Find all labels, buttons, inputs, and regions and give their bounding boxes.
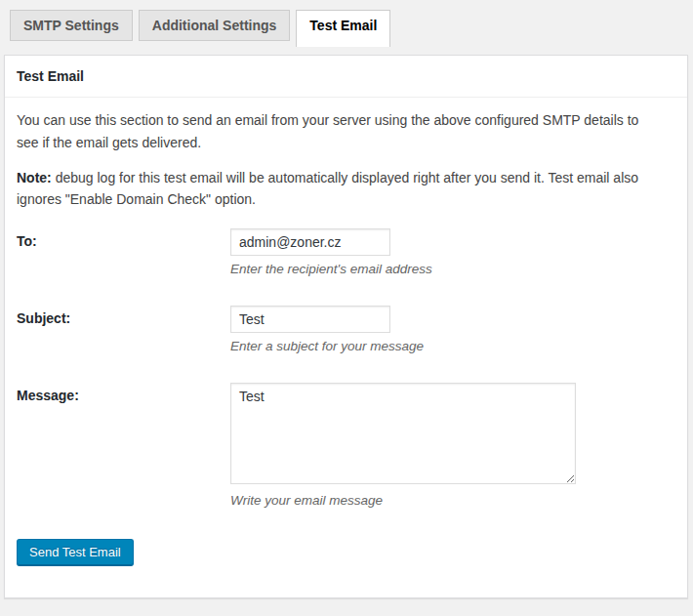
tab-bar: SMTP Settings Additional Settings Test E…: [4, 10, 688, 47]
message-row: Message: Test Write your email message: [17, 383, 675, 508]
tab-smtp-settings[interactable]: SMTP Settings: [10, 10, 133, 41]
note-text: Note: debug log for this test email will…: [17, 167, 661, 211]
tab-additional-settings[interactable]: Additional Settings: [139, 10, 291, 41]
subject-row: Subject: Enter a subject for your messag…: [17, 306, 675, 353]
submit-row: Send Test Email: [17, 539, 675, 566]
subject-help-text: Enter a subject for your message: [230, 339, 675, 353]
settings-page: SMTP Settings Additional Settings Test E…: [0, 0, 693, 598]
subject-label: Subject:: [17, 306, 230, 353]
to-label: To:: [17, 228, 230, 276]
to-help-text: Enter the recipient's email address: [230, 262, 675, 276]
panel-title: Test Email: [5, 56, 687, 98]
message-label: Message:: [17, 383, 230, 508]
note-label: Note:: [17, 170, 52, 185]
subject-input[interactable]: [230, 306, 390, 333]
to-row: To: Enter the recipient's email address: [17, 228, 675, 276]
note-body: debug log for this test email will be au…: [17, 170, 638, 207]
to-input[interactable]: [230, 228, 390, 256]
message-help-text: Write your email message: [230, 493, 675, 508]
message-textarea[interactable]: Test: [230, 383, 576, 484]
tab-test-email[interactable]: Test Email: [296, 10, 390, 47]
intro-text: You can use this section to send an emai…: [17, 109, 661, 153]
test-email-panel: Test Email You can use this section to s…: [4, 55, 688, 598]
panel-body: You can use this section to send an emai…: [5, 98, 687, 592]
send-test-email-button[interactable]: Send Test Email: [17, 539, 134, 566]
